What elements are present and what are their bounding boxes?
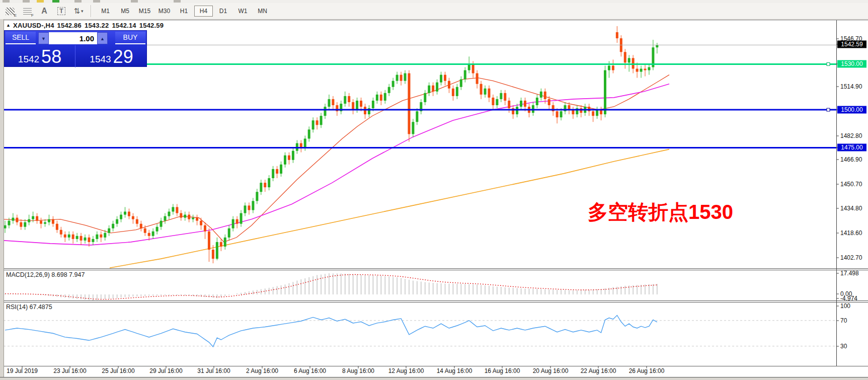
chart-text-annotation[interactable]: 多空转折点1530 bbox=[588, 198, 733, 226]
low-value: 1542.14 bbox=[112, 22, 136, 29]
time-axis-label: 19 Jul 2019 bbox=[7, 367, 38, 374]
timeframe-button-m15[interactable]: M15 bbox=[135, 6, 154, 17]
time-axis-label: 2 Aug 16:00 bbox=[246, 367, 278, 374]
bid-price[interactable]: 1542 58 bbox=[5, 45, 75, 67]
arrows-tool-icon[interactable]: ⇅▾ bbox=[71, 5, 86, 18]
collapse-triangle-icon[interactable]: ▲ bbox=[6, 23, 11, 28]
timeframe-button-d1[interactable]: D1 bbox=[214, 6, 232, 17]
volume-input[interactable] bbox=[49, 32, 97, 44]
high-value: 1543.22 bbox=[85, 22, 109, 29]
ask-price-pips: 29 bbox=[113, 48, 133, 66]
time-axis-label: 6 Aug 16:00 bbox=[294, 367, 326, 374]
macd-axis-label: -4.974 bbox=[840, 295, 857, 302]
rsi-axis-label: 70 bbox=[840, 317, 847, 324]
rsi-indicator-label: RSI(14) 67.4875 bbox=[6, 303, 52, 311]
price-axis-label: 1434.80 bbox=[840, 205, 862, 212]
close-value: 1542.59 bbox=[139, 22, 164, 29]
time-axis-label: 29 Jul 16:00 bbox=[149, 367, 182, 374]
draw-channel-icon[interactable]: E bbox=[3, 5, 17, 18]
toolbar-icon-remnant bbox=[3, 0, 10, 3]
open-value: 1542.86 bbox=[57, 22, 82, 29]
time-axis-label: 22 Aug 16:00 bbox=[581, 367, 616, 374]
volume-decrease-button[interactable]: ▼ bbox=[38, 32, 49, 44]
time-axis-label: 26 Aug 16:00 bbox=[629, 367, 665, 374]
price-axis-label: 1482.80 bbox=[840, 132, 862, 139]
timeframe-button-mn[interactable]: MN bbox=[253, 6, 272, 17]
timeframe-button-m30[interactable]: M30 bbox=[155, 6, 174, 17]
toolbar-icon-remnant bbox=[74, 0, 82, 3]
toolbar-icon-remnant bbox=[23, 0, 30, 3]
price-axis-highlight-label: 1542.59 bbox=[837, 41, 866, 48]
window-left-edge bbox=[0, 19, 4, 380]
price-axis-label: 1402.70 bbox=[840, 254, 862, 261]
text-label-icon[interactable]: A bbox=[37, 5, 51, 18]
ask-price-major: 1543 bbox=[90, 53, 111, 66]
price-axis-label: 1450.70 bbox=[840, 181, 862, 188]
time-axis-label: 8 Aug 16:00 bbox=[342, 367, 374, 374]
symbol-label: XAUUSD-,H4 bbox=[13, 22, 54, 29]
price-axis-label: 1418.60 bbox=[840, 230, 862, 237]
trade-controls-row: SELL ▼ ▲ BUY bbox=[5, 31, 146, 45]
volume-increase-button[interactable]: ▲ bbox=[97, 32, 108, 44]
sell-button[interactable]: SELL bbox=[6, 32, 36, 44]
toolbar-icon-remnant bbox=[93, 0, 100, 3]
line-handle[interactable] bbox=[827, 62, 830, 65]
buy-button[interactable]: BUY bbox=[115, 32, 145, 44]
ask-price[interactable]: 1543 29 bbox=[76, 45, 147, 67]
time-axis-label: 20 Aug 16:00 bbox=[533, 367, 569, 374]
text-box-icon[interactable]: T bbox=[54, 5, 68, 18]
bid-price-pips: 58 bbox=[41, 48, 61, 66]
toolbar-icon-remnant bbox=[174, 0, 181, 3]
bid-price-major: 1542 bbox=[18, 53, 39, 66]
price-axis-label: 1514.90 bbox=[840, 83, 862, 90]
timeframe-button-m5[interactable]: M5 bbox=[116, 6, 134, 17]
time-axis-label: 31 Jul 16:00 bbox=[197, 367, 230, 374]
timeframe-button-h1[interactable]: H1 bbox=[175, 6, 193, 17]
time-axis-label: 23 Jul 16:00 bbox=[53, 367, 86, 374]
price-axis-highlight-label: 1530.00 bbox=[837, 60, 866, 68]
price-axis-highlight-label: 1500.00 bbox=[837, 106, 866, 114]
window-bottom-edge bbox=[0, 377, 868, 380]
line-handle[interactable] bbox=[827, 108, 830, 111]
time-axis-label: 16 Aug 16:00 bbox=[485, 367, 520, 374]
timeframe-button-m1[interactable]: M1 bbox=[96, 6, 115, 17]
toolbar-icon-remnant bbox=[131, 0, 138, 3]
toolbar-icon-remnant bbox=[37, 0, 44, 3]
time-axis-label: 25 Jul 16:00 bbox=[102, 367, 134, 374]
time-axis-label: 12 Aug 16:00 bbox=[388, 367, 424, 374]
price-axis-label: 1466.90 bbox=[840, 156, 862, 163]
time-axis-label: 14 Aug 16:00 bbox=[437, 367, 472, 374]
macd-axis-label: 17.498 bbox=[840, 270, 859, 277]
rsi-axis-label: 100 bbox=[840, 302, 850, 310]
fibonacci-grid-icon[interactable]: F bbox=[20, 5, 34, 18]
macd-indicator-label: MACD(12,26,9) 8.698 7.947 bbox=[6, 271, 85, 278]
one-click-trading-panel: SELL ▼ ▲ BUY 1542 58 1543 29 bbox=[4, 30, 147, 67]
timeframe-button-w1[interactable]: W1 bbox=[233, 6, 252, 17]
price-axis-highlight-label: 1475.00 bbox=[837, 144, 866, 151]
rsi-axis-label: 30 bbox=[840, 343, 847, 350]
timeframe-button-h4[interactable]: H4 bbox=[194, 6, 213, 17]
line-studies-toolbar: EFAT⇅▾M1M5M15M30H1H4D1W1MN bbox=[0, 3, 868, 20]
chart-ohlc-title: ▲XAUUSD-,H41542.861543.221542.141542.59 bbox=[6, 22, 167, 29]
toolbar-icon-remnant bbox=[52, 0, 59, 3]
toolbar-separator bbox=[91, 5, 92, 17]
